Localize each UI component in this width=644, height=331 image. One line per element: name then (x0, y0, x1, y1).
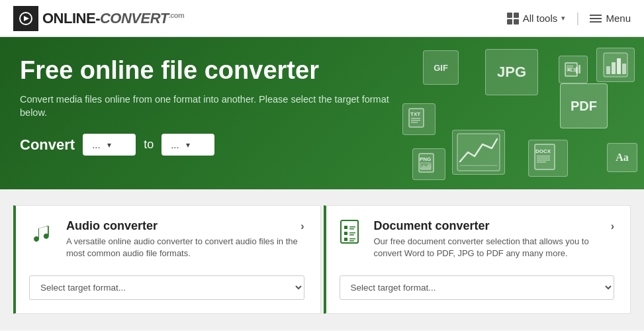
svg-text:TXT: TXT (410, 111, 420, 117)
pdf-icon: PDF (560, 83, 608, 128)
all-tools-label: All tools (523, 13, 558, 24)
document-card-title: Document converter (374, 219, 490, 233)
audio-card-arrow: › (300, 220, 304, 232)
svg-rect-26 (537, 160, 550, 161)
menu-label: Menu (606, 13, 631, 24)
convert-to-dropdown[interactable]: ... ▾ (161, 134, 214, 156)
svg-rect-36 (349, 234, 354, 236)
svg-rect-33 (349, 228, 354, 230)
document-title-row: Document converter › (374, 219, 615, 233)
graph-icon (452, 130, 505, 175)
hero-decorative-icons: GIF JPG XLS (379, 37, 644, 189)
svg-rect-9 (604, 53, 627, 77)
svg-marker-1 (24, 16, 29, 21)
svg-rect-34 (344, 232, 347, 235)
gif-icon: GIF (423, 50, 459, 85)
jpg-icon: JPG (485, 49, 538, 95)
logo-icon (13, 6, 38, 31)
audio-card-title: Audio converter (66, 219, 158, 233)
svg-rect-19 (419, 154, 434, 172)
chart-icon (596, 48, 635, 82)
svg-rect-5 (567, 68, 573, 69)
nav-divider: | (576, 11, 579, 26)
convert-label: Convert (20, 136, 75, 154)
svg-rect-18 (411, 122, 418, 123)
svg-rect-7 (576, 67, 578, 73)
svg-rect-17 (411, 120, 420, 121)
hamburger-icon (590, 15, 602, 23)
svg-rect-24 (537, 156, 550, 157)
logo-text: ONLINE-CONVERT.com (42, 10, 184, 27)
content-section: Audio converter › A versatile online aud… (0, 189, 644, 330)
chevron-down-icon: ▾ (186, 140, 190, 150)
xls-icon: XLS (559, 56, 588, 83)
audio-converter-card: Audio converter › A versatile online aud… (13, 205, 321, 314)
svg-rect-25 (537, 158, 550, 159)
png-icon: PNG (412, 148, 445, 180)
svg-text:PNG: PNG (420, 156, 431, 162)
audio-card-info: Audio converter › A versatile online aud… (66, 219, 304, 260)
svg-rect-21 (420, 163, 431, 169)
grid-icon (507, 13, 519, 24)
svg-rect-2 (565, 63, 577, 76)
header: ONLINE-CONVERT.com All tools ▾ | Menu (0, 0, 644, 37)
audio-card-header: Audio converter › A versatile online aud… (29, 219, 304, 260)
aa-icon: Aa (607, 143, 637, 172)
svg-rect-14 (409, 109, 424, 127)
audio-title-row: Audio converter › (66, 219, 304, 233)
convert-from-dropdown[interactable]: ... ▾ (83, 134, 136, 156)
svg-rect-32 (349, 226, 355, 228)
svg-rect-35 (349, 232, 355, 234)
svg-text:XLS: XLS (567, 68, 576, 72)
svg-rect-6 (567, 70, 571, 71)
svg-rect-8 (578, 65, 580, 73)
svg-rect-39 (349, 240, 354, 242)
svg-rect-31 (344, 226, 347, 229)
music-note-icon (29, 219, 56, 250)
audio-card-desc: A versatile online audio converter to co… (66, 236, 304, 260)
document-card-desc: Our free document converter selection th… (374, 236, 615, 260)
txt-icon: TXT (402, 103, 436, 135)
convert-row: Convert ... ▾ to ... ▾ (20, 134, 391, 156)
convert-to-value: ... (171, 139, 179, 150)
svg-rect-4 (567, 66, 573, 67)
svg-rect-12 (617, 58, 621, 74)
header-nav: All tools ▾ | Menu (507, 11, 631, 26)
svg-rect-27 (537, 162, 546, 163)
hero-banner: Free online file converter Convert media… (0, 37, 644, 189)
convert-from-value: ... (92, 139, 101, 150)
svg-rect-38 (349, 238, 355, 240)
audio-format-select[interactable]: Select target format... (29, 275, 304, 300)
chevron-down-icon: ▾ (561, 14, 565, 23)
hero-subtitle: Convert media files online from one form… (20, 93, 391, 120)
svg-rect-37 (344, 238, 347, 241)
document-icon (340, 219, 363, 250)
document-card-info: Document converter › Our free document c… (374, 219, 615, 260)
document-card-arrow: › (611, 220, 614, 232)
svg-text:DOCX: DOCX (535, 148, 551, 154)
menu-nav[interactable]: Menu (590, 13, 631, 24)
svg-rect-10 (606, 66, 610, 74)
to-label: to (144, 138, 154, 152)
svg-rect-30 (341, 220, 358, 243)
docx-icon: DOCX (528, 140, 568, 177)
chevron-down-icon: ▾ (107, 140, 111, 150)
hero-title: Free online file converter (20, 57, 391, 85)
document-converter-card: Document converter › Our free document c… (324, 205, 631, 314)
all-tools-nav[interactable]: All tools ▾ (507, 13, 566, 24)
hero-content: Free online file converter Convert media… (20, 57, 391, 156)
document-format-select[interactable]: Select target format... (340, 275, 615, 300)
svg-rect-22 (535, 144, 555, 169)
document-card-header: Document converter › Our free document c… (340, 219, 615, 260)
svg-rect-13 (622, 64, 626, 74)
svg-rect-11 (612, 62, 616, 74)
svg-rect-16 (411, 118, 420, 119)
logo[interactable]: ONLINE-CONVERT.com (13, 6, 184, 31)
svg-rect-28 (457, 134, 500, 171)
